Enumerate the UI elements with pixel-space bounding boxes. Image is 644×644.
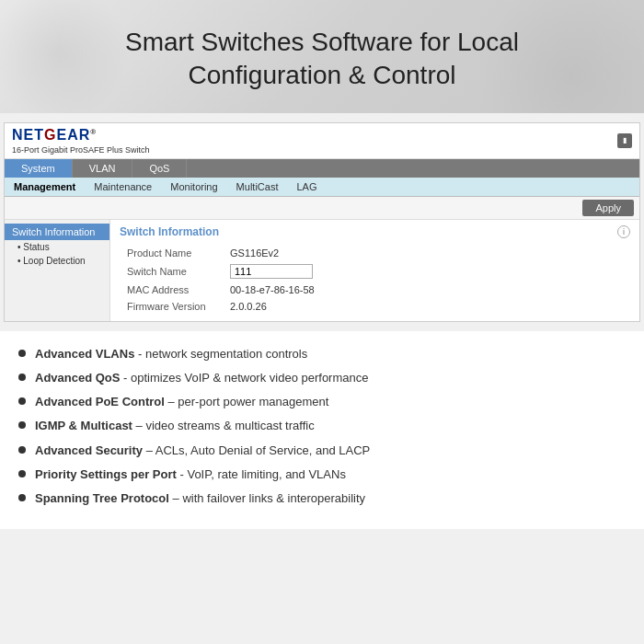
bullet-dot (18, 446, 26, 454)
netgear-logo: NETGEAR® 16-Port Gigabit ProSAFE Plus Sw… (12, 127, 150, 155)
bullet-item: Advanced VLANs - network segmentation co… (18, 346, 616, 362)
main-content: Switch Information i Product Name GS116E… (110, 220, 639, 321)
info-icon: i (617, 225, 630, 238)
bullet-text: Priority Settings per Port - VoIP, rate … (35, 466, 616, 483)
field-label-switch-name: Switch Name (121, 262, 223, 281)
subnav-management[interactable]: Management (5, 179, 85, 194)
table-row: Product Name GS116Ev2 (121, 246, 628, 260)
bullet-bold: Advanced QoS (35, 371, 120, 385)
sidebar: Switch Information • Status • Loop Detec… (5, 220, 110, 321)
bullet-description: - network segmentation controls (134, 347, 307, 361)
subnav-maintenance[interactable]: Maintenance (85, 179, 161, 194)
bullet-text: Advanced Security – ACLs, Auto Denial of… (35, 443, 616, 459)
sidebar-item-status[interactable]: • Status (5, 240, 109, 254)
bullets-section: Advanced VLANs - network segmentation co… (0, 331, 644, 529)
field-label-product-name: Product Name (121, 246, 223, 260)
subnav-multicast[interactable]: MultiCast (227, 179, 288, 194)
sub-nav: Management Maintenance Monitoring MultiC… (5, 178, 639, 197)
bullet-item: Advanced PoE Control – per-port power ma… (18, 394, 616, 410)
bullet-item: IGMP & Multicast – video streams & multi… (18, 418, 616, 434)
device-icon: ▮ (617, 133, 632, 148)
bullet-bold: Priority Settings per Port (35, 467, 177, 481)
bullet-bold: Advanced VLANs (35, 347, 134, 361)
field-value-switch-name (224, 262, 628, 281)
bullet-description: – ACLs, Auto Denial of Service, and LACP (143, 443, 370, 457)
subnav-lag[interactable]: LAG (287, 179, 326, 194)
table-row: Firmware Version 2.0.0.26 (121, 299, 628, 314)
field-value-mac: 00-18-e7-86-16-58 (224, 282, 628, 297)
nav-tabs: System VLAN QoS (5, 159, 639, 178)
field-label-mac: MAC Address (121, 282, 223, 297)
hero-title: Smart Switches Software for Local Config… (55, 26, 589, 93)
bullet-text: Advanced QoS - optimizes VoIP & network … (35, 370, 616, 386)
section-title: Switch Information i (120, 225, 630, 238)
apply-bar: Apply (5, 197, 639, 220)
table-row: MAC Address 00-18-e7-86-16-58 (121, 282, 628, 297)
bullet-bold: Spanning Tree Protocol (35, 491, 169, 505)
device-name: 16-Port Gigabit ProSAFE Plus Switch (12, 145, 150, 155)
bullet-description: - VoIP, rate limiting, and VLANs (177, 467, 346, 481)
bullet-bold: Advanced Security (35, 443, 143, 457)
bullet-text: Spanning Tree Protocol – with failover l… (35, 490, 616, 507)
bullet-text: Advanced VLANs - network segmentation co… (35, 346, 616, 362)
sidebar-item-loop-detection[interactable]: • Loop Detection (5, 254, 109, 268)
bullet-bold: Advanced PoE Control (35, 395, 165, 408)
bullet-text: IGMP & Multicast – video streams & multi… (35, 418, 616, 434)
field-value-firmware: 2.0.0.26 (224, 299, 628, 314)
bullet-dot (18, 397, 26, 405)
table-row: Switch Name (121, 262, 628, 281)
subnav-monitoring[interactable]: Monitoring (161, 179, 226, 194)
tab-qos[interactable]: QoS (132, 159, 187, 178)
bullet-item: Spanning Tree Protocol – with failover l… (18, 490, 616, 507)
bullet-dot (18, 350, 26, 357)
bullet-item: Advanced QoS - optimizes VoIP & network … (18, 370, 616, 386)
bullet-dot (18, 374, 26, 381)
bullet-dot (18, 494, 26, 501)
content-area: Switch Information • Status • Loop Detec… (5, 220, 639, 321)
bullet-item: Advanced Security – ACLs, Auto Denial of… (18, 443, 616, 459)
bullet-item: Priority Settings per Port - VoIP, rate … (18, 466, 616, 483)
sidebar-item-switch-information[interactable]: Switch Information (5, 224, 109, 240)
bullet-description: – with failover links & interoperability (169, 491, 365, 505)
field-value-product-name: GS116Ev2 (224, 246, 628, 260)
bullet-dot (18, 470, 26, 477)
switch-name-input[interactable] (230, 264, 313, 279)
bullet-bold: IGMP & Multicast (35, 419, 132, 432)
tab-system[interactable]: System (5, 159, 73, 178)
ui-panel: NETGEAR® 16-Port Gigabit ProSAFE Plus Sw… (4, 122, 640, 322)
bullet-dot (18, 421, 26, 429)
bullet-description: - optimizes VoIP & network video perform… (120, 371, 368, 385)
info-table: Product Name GS116Ev2 Switch Name MAC Ad… (120, 244, 630, 316)
brand-name: NETGEAR® (12, 127, 150, 144)
bullet-description: – per-port power management (165, 395, 328, 408)
apply-button[interactable]: Apply (582, 200, 634, 216)
bullet-text: Advanced PoE Control – per-port power ma… (35, 394, 616, 410)
hero-section: Smart Switches Software for Local Config… (0, 0, 644, 113)
field-label-firmware: Firmware Version (121, 299, 223, 314)
device-header: NETGEAR® 16-Port Gigabit ProSAFE Plus Sw… (5, 123, 639, 159)
bullet-description: – video streams & multicast traffic (132, 419, 315, 432)
tab-vlan[interactable]: VLAN (73, 159, 133, 178)
